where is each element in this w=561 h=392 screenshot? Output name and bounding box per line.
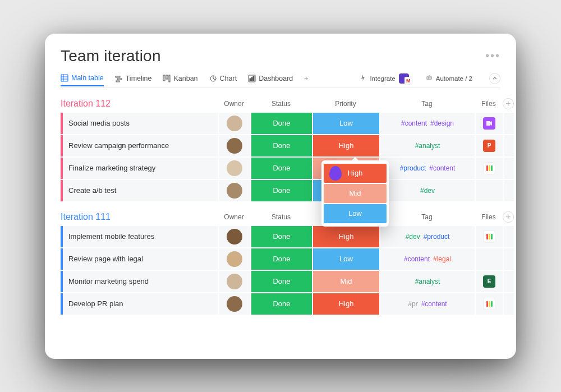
- files-cell[interactable]: [476, 293, 503, 315]
- priority-option-mid[interactable]: Mid: [324, 184, 387, 203]
- files-cell[interactable]: [476, 226, 503, 247]
- integrate-button[interactable]: Integrate: [360, 73, 408, 84]
- status-cell[interactable]: Done: [251, 271, 312, 292]
- bolt-icon: [360, 75, 366, 82]
- tag[interactable]: #content: [429, 164, 455, 172]
- tag[interactable]: #product: [400, 164, 426, 172]
- add-column-button[interactable]: +: [503, 211, 514, 223]
- task-name-cell[interactable]: Implement mobile features: [61, 226, 218, 247]
- files-cell[interactable]: P: [476, 135, 503, 156]
- more-menu-icon[interactable]: •••: [485, 49, 500, 62]
- tab-label: Chart: [220, 75, 237, 82]
- svg-point-19: [429, 77, 430, 79]
- table-row: Develop PR planDoneHigh#pr#content: [61, 293, 500, 315]
- tag-cell[interactable]: #content#design: [380, 113, 475, 134]
- column-header-tag[interactable]: Tag: [379, 100, 475, 108]
- priority-option-label: Mid: [350, 189, 361, 197]
- tag[interactable]: #design: [430, 119, 454, 127]
- column-header-priority[interactable]: Priority: [312, 100, 379, 108]
- task-name-cell[interactable]: Finalize marketing strategy: [61, 158, 218, 179]
- tag-cell[interactable]: #product#content: [380, 158, 475, 179]
- svg-rect-7: [163, 75, 165, 81]
- table-row: Social media postsDoneLow#content#design: [61, 113, 500, 134]
- tag[interactable]: #legal: [433, 255, 451, 263]
- files-cell[interactable]: [476, 113, 503, 134]
- status-cell[interactable]: Done: [251, 293, 312, 315]
- priority-cell[interactable]: Low: [313, 248, 379, 270]
- row-end-cell: [504, 135, 514, 156]
- tab-main-table[interactable]: Main table: [61, 74, 104, 86]
- column-header-owner[interactable]: Owner: [218, 213, 250, 221]
- tag[interactable]: #content: [421, 300, 447, 308]
- tag[interactable]: #analyst: [415, 142, 440, 150]
- priority-cell[interactable]: High: [313, 293, 379, 315]
- task-name-cell[interactable]: Create a/b test: [61, 180, 218, 201]
- tag-cell[interactable]: #dev#product: [380, 226, 475, 247]
- group-title[interactable]: Iteration 111: [61, 212, 218, 222]
- priority-option-high[interactable]: High: [324, 164, 387, 183]
- tag[interactable]: #content: [404, 255, 430, 263]
- priority-cell[interactable]: High: [313, 135, 379, 156]
- collapse-toolbar-button[interactable]: [489, 73, 500, 84]
- status-cell[interactable]: Done: [251, 226, 312, 247]
- owner-cell[interactable]: [219, 113, 250, 134]
- status-cell[interactable]: Done: [251, 158, 312, 179]
- priority-cell[interactable]: Low: [313, 113, 379, 134]
- task-name-cell[interactable]: Social media posts: [61, 113, 218, 134]
- status-cell[interactable]: Done: [251, 113, 312, 134]
- column-header-files[interactable]: Files: [475, 100, 503, 108]
- status-cell[interactable]: Done: [251, 180, 312, 201]
- tag[interactable]: #content: [401, 119, 427, 127]
- column-header-status[interactable]: Status: [250, 100, 312, 108]
- owner-cell[interactable]: [219, 226, 250, 247]
- priority-cell[interactable]: High: [313, 226, 379, 247]
- tag-cell[interactable]: #analyst: [380, 135, 475, 156]
- add-view-button[interactable]: +: [304, 75, 308, 86]
- owner-cell[interactable]: [219, 271, 250, 292]
- tab-dashboard[interactable]: Dashboard: [248, 75, 293, 86]
- tag[interactable]: #pr: [408, 300, 417, 308]
- tab-chart[interactable]: Chart: [209, 75, 237, 86]
- priority-dropdown[interactable]: High Mid Low: [321, 160, 389, 227]
- task-name-cell[interactable]: Review campaign performance: [61, 135, 218, 156]
- files-cell[interactable]: [476, 158, 503, 179]
- files-cell[interactable]: [476, 248, 503, 270]
- video-file-icon: [483, 117, 495, 130]
- add-column-button[interactable]: +: [503, 98, 514, 109]
- status-cell[interactable]: Done: [251, 248, 312, 270]
- files-cell[interactable]: E: [476, 271, 503, 292]
- tag-cell[interactable]: #dev: [380, 180, 475, 201]
- automate-button[interactable]: Automate / 2: [426, 75, 472, 82]
- column-header-status[interactable]: Status: [250, 213, 312, 221]
- owner-cell[interactable]: [219, 135, 250, 156]
- owner-cell[interactable]: [219, 180, 250, 201]
- owner-cell[interactable]: [219, 158, 250, 179]
- column-header-owner[interactable]: Owner: [218, 100, 250, 108]
- column-header-files[interactable]: Files: [475, 213, 503, 221]
- table-row: Review campaign performanceDoneHigh#anal…: [61, 135, 500, 156]
- svg-rect-9: [169, 75, 170, 82]
- tag-cell[interactable]: #content#legal: [380, 248, 475, 270]
- tag[interactable]: #dev: [406, 233, 420, 241]
- monday-file-icon: [483, 162, 495, 174]
- tag[interactable]: #analyst: [415, 278, 440, 285]
- tag[interactable]: #dev: [420, 187, 435, 195]
- tag[interactable]: #product: [424, 233, 450, 241]
- avatar: [227, 251, 242, 267]
- task-name-cell[interactable]: Monitor marketing spend: [61, 271, 218, 292]
- tab-timeline[interactable]: Timeline: [115, 75, 152, 86]
- owner-cell[interactable]: [219, 293, 250, 315]
- task-name-cell[interactable]: Review page with legal: [61, 248, 218, 270]
- status-cell[interactable]: Done: [251, 135, 312, 156]
- owner-cell[interactable]: [219, 248, 250, 270]
- timeline-icon: [115, 75, 123, 82]
- tag-cell[interactable]: #pr#content: [380, 293, 475, 315]
- priority-cell[interactable]: Mid: [313, 271, 379, 292]
- priority-option-low[interactable]: Low: [324, 204, 387, 223]
- task-name-cell[interactable]: Develop PR plan: [61, 293, 218, 315]
- files-cell[interactable]: [476, 180, 503, 201]
- tab-kanban[interactable]: Kanban: [163, 75, 197, 86]
- column-header-tag[interactable]: Tag: [379, 213, 475, 221]
- tag-cell[interactable]: #analyst: [380, 271, 475, 292]
- group-title[interactable]: Iteration 112: [61, 99, 218, 109]
